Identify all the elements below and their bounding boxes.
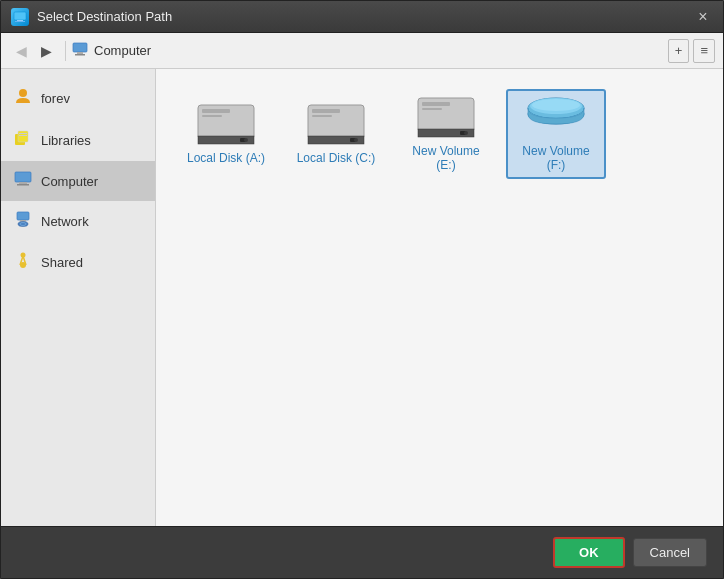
- ok-button[interactable]: OK: [553, 537, 625, 568]
- svg-point-6: [19, 89, 27, 97]
- breadcrumb: Computer: [72, 42, 668, 59]
- svg-rect-5: [75, 54, 85, 56]
- svg-rect-13: [17, 184, 29, 186]
- sidebar-item-libraries[interactable]: Libraries: [1, 119, 155, 161]
- sidebar-item-shared[interactable]: Shared: [1, 241, 155, 283]
- svg-rect-22: [202, 115, 222, 117]
- shared-icon: [13, 251, 33, 273]
- hdd-icon-c: [306, 103, 366, 145]
- sidebar-label-network: Network: [41, 214, 89, 229]
- sidebar-label-shared: Shared: [41, 255, 83, 270]
- new-folder-button[interactable]: +: [668, 39, 690, 63]
- sidebar-label-forev: forev: [41, 91, 70, 106]
- main-panel: Local Disk (A:) Local Disk (C:): [156, 69, 723, 526]
- svg-rect-4: [77, 52, 83, 54]
- svg-rect-2: [15, 21, 25, 22]
- svg-rect-14: [17, 212, 29, 220]
- drive-item-c[interactable]: Local Disk (C:): [286, 89, 386, 179]
- svg-rect-3: [73, 43, 87, 52]
- breadcrumb-text: Computer: [94, 43, 151, 58]
- drive-label-e: New Volume (E:): [406, 144, 486, 172]
- hdd-icon-a: [196, 103, 256, 145]
- svg-rect-0: [14, 12, 26, 20]
- svg-point-37: [464, 131, 468, 135]
- svg-point-42: [532, 99, 580, 111]
- sidebar: forev Libraries: [1, 69, 156, 526]
- hdd-icon-e: [416, 96, 476, 138]
- cancel-button[interactable]: Cancel: [633, 538, 707, 567]
- sidebar-item-computer[interactable]: Computer: [1, 161, 155, 201]
- svg-rect-34: [422, 108, 442, 110]
- nav-bar: ◀ ▶ Computer + ≡: [1, 33, 723, 69]
- svg-rect-12: [19, 182, 27, 184]
- sidebar-item-network[interactable]: Network: [1, 201, 155, 241]
- svg-rect-28: [312, 115, 332, 117]
- forward-button[interactable]: ▶: [34, 39, 59, 63]
- sidebar-item-forev[interactable]: forev: [1, 77, 155, 119]
- dialog: Select Destination Path × ◀ ▶ Computer +…: [0, 0, 724, 579]
- drive-label-f: New Volume (F:): [516, 144, 596, 172]
- svg-rect-11: [15, 172, 31, 182]
- svg-point-31: [354, 138, 358, 142]
- computer-icon: [13, 171, 33, 191]
- svg-point-19: [21, 253, 26, 258]
- nav-actions: + ≡: [668, 39, 715, 63]
- hdd-icon-f: [526, 96, 586, 138]
- libraries-icon: [13, 129, 33, 151]
- title-bar-left: Select Destination Path: [11, 8, 172, 26]
- network-icon: [13, 211, 33, 231]
- svg-point-25: [244, 138, 248, 142]
- footer: OK Cancel: [1, 526, 723, 578]
- drive-item-e[interactable]: New Volume (E:): [396, 89, 496, 179]
- svg-rect-9: [19, 133, 27, 134]
- close-button[interactable]: ×: [693, 7, 713, 27]
- sidebar-label-computer: Computer: [41, 174, 98, 189]
- svg-rect-33: [422, 102, 450, 106]
- drive-label-c: Local Disk (C:): [297, 151, 376, 165]
- svg-rect-8: [18, 131, 28, 142]
- dialog-icon: [11, 8, 29, 26]
- dialog-title: Select Destination Path: [37, 9, 172, 24]
- drive-item-a[interactable]: Local Disk (A:): [176, 89, 276, 179]
- content-area: forev Libraries: [1, 69, 723, 526]
- svg-rect-10: [19, 135, 27, 136]
- breadcrumb-icon: [72, 42, 88, 59]
- drive-label-a: Local Disk (A:): [187, 151, 265, 165]
- sidebar-label-libraries: Libraries: [41, 133, 91, 148]
- view-button[interactable]: ≡: [693, 39, 715, 63]
- user-icon: [13, 87, 33, 109]
- svg-rect-21: [202, 109, 230, 113]
- nav-divider: [65, 41, 66, 61]
- title-bar: Select Destination Path ×: [1, 1, 723, 33]
- svg-rect-27: [312, 109, 340, 113]
- drive-item-f[interactable]: New Volume (F:): [506, 89, 606, 179]
- back-button[interactable]: ◀: [9, 39, 34, 63]
